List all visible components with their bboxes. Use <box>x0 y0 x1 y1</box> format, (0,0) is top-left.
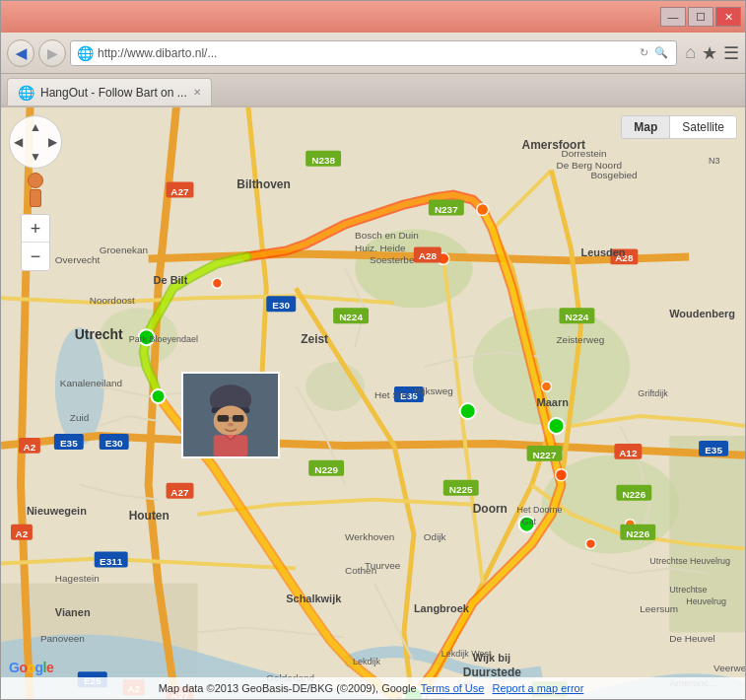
svg-text:Dorrestein: Dorrestein <box>561 148 606 159</box>
forward-button[interactable]: ▶ <box>38 39 66 67</box>
nav-right-arrow[interactable]: ▶ <box>48 135 57 149</box>
google-o2: o <box>27 660 34 675</box>
minimize-button[interactable]: — <box>660 7 686 27</box>
svg-text:Tuurvee: Tuurvee <box>365 560 401 571</box>
svg-text:Vianen: Vianen <box>55 606 91 618</box>
pegman[interactable] <box>22 173 49 208</box>
svg-point-16 <box>477 204 489 216</box>
svg-text:A28: A28 <box>419 250 438 261</box>
map-svg: N238 N237 N224 N224 N229 N229 N225 N226 <box>1 107 745 699</box>
report-map-error-link[interactable]: Report a map error <box>492 682 583 694</box>
svg-text:A27: A27 <box>170 186 189 197</box>
svg-rect-141 <box>233 415 244 422</box>
svg-rect-140 <box>218 415 230 422</box>
svg-text:Gat: Gat <box>522 517 537 526</box>
svg-text:Nieuwegein: Nieuwegein <box>27 505 87 517</box>
address-actions: ↻ 🔍 <box>638 46 670 59</box>
browser-action-icons: ⌂ ★ ☰ <box>685 42 739 64</box>
svg-text:Bosch en Duin: Bosch en Duin <box>355 230 419 241</box>
zoom-controls: + − <box>21 214 50 271</box>
svg-text:De Berg Noord: De Berg Noord <box>557 160 623 171</box>
svg-text:Bilthoven: Bilthoven <box>237 177 290 191</box>
map-data-text: Map data ©2013 GeoBasis-DE/BKG (©2009), … <box>159 682 417 694</box>
search-button[interactable]: 🔍 <box>652 46 670 59</box>
svg-text:Veerweg: Veerweg <box>713 663 745 673</box>
map-type-satellite-button[interactable]: Satellite <box>670 116 736 138</box>
map-type-map-button[interactable]: Map <box>622 116 670 138</box>
maximize-button[interactable]: ☐ <box>688 7 713 27</box>
svg-text:Het Doorne: Het Doorne <box>517 505 563 515</box>
svg-text:E35: E35 <box>60 438 78 449</box>
close-button[interactable]: ✕ <box>715 7 741 27</box>
zoom-in-button[interactable]: + <box>22 215 49 243</box>
svg-point-18 <box>556 469 568 481</box>
svg-text:Kanaleneiland: Kanaleneiland <box>60 378 122 388</box>
svg-text:E30: E30 <box>272 300 290 311</box>
map-controls: ▲ ▼ ◀ ▶ + − <box>9 115 62 271</box>
svg-text:Groenekan: Groenekan <box>100 245 148 255</box>
home-icon[interactable]: ⌂ <box>685 42 696 63</box>
google-e: e <box>46 660 53 675</box>
zoom-out-button[interactable]: − <box>22 243 49 270</box>
profile-photo <box>181 372 280 458</box>
svg-text:Langbroek: Langbroek <box>414 602 470 614</box>
svg-point-13 <box>549 418 565 434</box>
svg-point-20 <box>585 539 595 549</box>
browser-toolbar: ◀ ▶ 🌐 http://www.dibarto.nl/... ↻ 🔍 ⌂ ★ … <box>1 33 745 74</box>
svg-text:Woudenberg: Woudenberg <box>669 308 735 319</box>
svg-point-17 <box>212 278 222 288</box>
svg-text:Leersum: Leersum <box>640 603 678 614</box>
profile-photo-inner <box>183 374 278 456</box>
svg-text:N238: N238 <box>311 155 335 166</box>
address-bar[interactable]: 🌐 http://www.dibarto.nl/... ↻ 🔍 <box>70 40 677 66</box>
active-tab[interactable]: 🌐 HangOut - Follow Bart on ... ✕ <box>7 78 212 105</box>
svg-text:De Heuvel: De Heuvel <box>669 633 715 644</box>
svg-text:A2: A2 <box>16 528 29 539</box>
svg-text:Het Slot: Het Slot <box>374 389 410 400</box>
svg-text:Odijk: Odijk <box>424 531 446 542</box>
svg-text:A12: A12 <box>619 448 638 458</box>
settings-icon[interactable]: ☰ <box>723 42 739 64</box>
terms-of-use-link[interactable]: Terms of Use <box>421 682 485 694</box>
title-bar: — ☐ ✕ <box>1 1 745 33</box>
svg-text:N226: N226 <box>622 489 645 500</box>
svg-text:Huiz. Heide: Huiz. Heide <box>355 243 406 253</box>
svg-text:Griftdijk: Griftdijk <box>638 388 668 398</box>
svg-text:Utrechtse Heuvelrug: Utrechtse Heuvelrug <box>649 556 730 566</box>
back-button[interactable]: ◀ <box>7 39 34 67</box>
svg-text:N226: N226 <box>626 528 649 539</box>
svg-text:Schalkwijk: Schalkwijk <box>286 593 342 604</box>
svg-text:Utrechtse: Utrechtse <box>669 585 707 595</box>
svg-text:Houten: Houten <box>129 509 170 523</box>
svg-text:Doorn: Doorn <box>473 502 508 516</box>
svg-text:Leusden: Leusden <box>580 246 625 258</box>
svg-point-143 <box>228 423 234 427</box>
svg-text:N224: N224 <box>566 312 589 322</box>
map-container[interactable]: N238 N237 N224 N224 N229 N229 N225 N226 <box>1 107 745 699</box>
tab-close-icon[interactable]: ✕ <box>193 87 201 98</box>
nav-left-arrow[interactable]: ◀ <box>14 135 23 149</box>
svg-text:Rijksweg: Rijksweg <box>414 385 453 396</box>
refresh-button[interactable]: ↻ <box>638 46 650 59</box>
svg-text:Hagestein: Hagestein <box>55 573 100 584</box>
svg-text:E30: E30 <box>105 438 123 449</box>
svg-text:Lekdijk West: Lekdijk West <box>441 649 492 659</box>
svg-text:A2: A2 <box>24 442 36 453</box>
map-type-controls: Map Satellite <box>621 115 737 139</box>
svg-text:N229: N229 <box>314 464 338 475</box>
map-nav-pad[interactable]: ▲ ▼ ◀ ▶ <box>9 115 62 169</box>
nav-up-arrow[interactable]: ▲ <box>30 120 41 134</box>
svg-text:N225: N225 <box>449 484 473 495</box>
bookmark-icon[interactable]: ★ <box>702 42 717 64</box>
tab-label: HangOut - Follow Bart on ... <box>40 86 187 100</box>
nav-down-arrow[interactable]: ▼ <box>30 150 41 164</box>
svg-text:Zuid: Zuid <box>70 412 89 423</box>
svg-text:Noordoost: Noordoost <box>90 295 135 306</box>
svg-text:E311: E311 <box>100 556 123 567</box>
svg-text:Lekdijk: Lekdijk <box>353 657 380 666</box>
svg-text:Maarn: Maarn <box>537 396 570 408</box>
address-security-icon: 🌐 <box>77 45 94 61</box>
svg-text:N224: N224 <box>339 312 363 322</box>
title-bar-controls: — ☐ ✕ <box>660 7 741 27</box>
svg-text:Zeisterweg: Zeisterweg <box>557 334 605 345</box>
